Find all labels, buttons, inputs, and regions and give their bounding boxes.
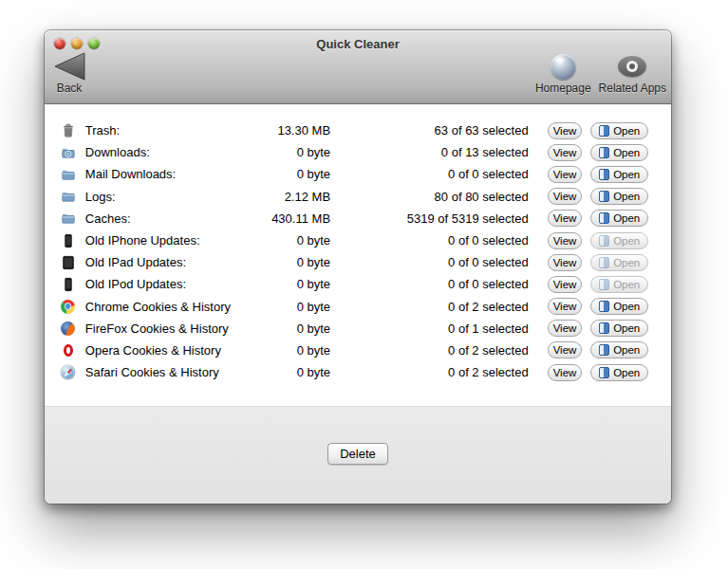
row-selected-count: 0 of 2 selected: [330, 365, 529, 379]
iphone-icon: [61, 233, 85, 248]
row-label: Old IPad Updates:: [85, 255, 246, 269]
finder-icon: [599, 344, 609, 356]
desktop-background: Quick Cleaner Back Homepage: [0, 0, 728, 569]
finder-icon: [599, 257, 609, 268]
open-label: Open: [613, 147, 640, 158]
view-button[interactable]: View: [548, 210, 583, 227]
view-button[interactable]: View: [548, 166, 583, 183]
open-button: Open: [590, 276, 648, 293]
open-button[interactable]: Open: [590, 364, 648, 381]
cleaner-row: Logs: 2.12 MB 80 of 80 selected View Ope…: [61, 186, 648, 208]
delete-button[interactable]: Delete: [327, 443, 388, 465]
open-button[interactable]: Open: [590, 144, 648, 161]
folder-icon: [61, 211, 85, 226]
open-button: Open: [590, 254, 648, 271]
row-selected-count: 5319 of 5319 selected: [330, 211, 529, 226]
row-selected-count: 0 of 0 selected: [330, 167, 529, 181]
open-label: Open: [613, 235, 640, 247]
finder-icon: [599, 212, 609, 224]
open-label: Open: [613, 279, 640, 290]
row-size: 0 byte: [246, 255, 330, 269]
open-button[interactable]: Open: [590, 188, 648, 205]
row-selected-count: 63 of 63 selected: [330, 123, 529, 138]
related-apps-button[interactable]: Related Apps: [599, 52, 666, 95]
row-size: 0 byte: [246, 321, 330, 336]
safari-icon: [61, 365, 85, 379]
row-size: 0 byte: [246, 365, 330, 379]
finder-icon: [599, 191, 609, 202]
finder-icon: [599, 235, 609, 247]
open-label: Open: [613, 257, 640, 268]
cleaner-row: Downloads: 0 byte 0 of 13 selected View …: [61, 141, 648, 163]
open-label: Open: [613, 301, 640, 312]
cleaner-row: Old IPod Updates: 0 byte 0 of 0 selected…: [61, 273, 648, 295]
back-button[interactable]: Back: [47, 52, 92, 95]
cleaner-row: Old IPad Updates: 0 byte 0 of 0 selected…: [61, 251, 648, 273]
row-label: Opera Cookies & History: [85, 343, 246, 358]
back-label: Back: [57, 82, 83, 95]
view-button[interactable]: View: [548, 320, 583, 337]
row-size: 0 byte: [246, 233, 330, 248]
row-selected-count: 0 of 2 selected: [330, 343, 529, 358]
cleaner-row: Safari Cookies & History 0 byte 0 of 2 s…: [61, 361, 648, 383]
cleaner-row: Old IPhone Updates: 0 byte 0 of 0 select…: [61, 229, 648, 251]
downloads-folder-icon: [61, 145, 85, 160]
cleaner-row: Caches: 430.11 MB 5319 of 5319 selected …: [61, 208, 648, 229]
cleaner-row: Trash: 13.30 MB 63 of 63 selected View O…: [61, 119, 648, 141]
view-button[interactable]: View: [548, 232, 583, 249]
ipad-icon: [61, 255, 85, 270]
row-selected-count: 0 of 0 selected: [330, 233, 529, 248]
cleaner-row: Mail Downloads: 0 byte 0 of 0 selected V…: [61, 163, 648, 185]
finder-icon: [599, 147, 609, 158]
open-button[interactable]: Open: [590, 320, 648, 337]
firefox-icon: [61, 321, 85, 336]
cleaner-row: Chrome Cookies & History 0 byte 0 of 2 s…: [61, 296, 648, 318]
finder-icon: [599, 279, 609, 290]
homepage-button[interactable]: Homepage: [535, 52, 591, 95]
row-size: 0 byte: [246, 343, 330, 358]
open-button[interactable]: Open: [590, 341, 648, 358]
view-button[interactable]: View: [548, 298, 583, 315]
open-label: Open: [613, 191, 640, 202]
open-button[interactable]: Open: [590, 210, 648, 227]
row-label: Caches:: [85, 211, 246, 226]
open-button: Open: [590, 232, 648, 249]
row-size: 0 byte: [246, 277, 330, 291]
row-label: Old IPhone Updates:: [85, 233, 246, 248]
view-button[interactable]: View: [548, 188, 583, 205]
cleaner-row: FireFox Cookies & History 0 byte 0 of 1 …: [61, 318, 648, 340]
row-label: Logs:: [85, 190, 246, 204]
view-button[interactable]: View: [548, 341, 583, 358]
open-label: Open: [613, 212, 640, 224]
row-size: 2.12 MB: [246, 190, 330, 204]
view-button[interactable]: View: [548, 276, 583, 293]
opera-icon: [61, 343, 85, 358]
row-label: Old IPod Updates:: [85, 277, 246, 291]
finder-icon: [599, 367, 609, 378]
app-window: Quick Cleaner Back Homepage: [45, 30, 671, 504]
view-button[interactable]: View: [548, 122, 583, 139]
related-apps-label: Related Apps: [599, 82, 666, 95]
view-button[interactable]: View: [548, 144, 583, 161]
row-selected-count: 80 of 80 selected: [330, 190, 529, 204]
cleaner-row: Opera Cookies & History 0 byte 0 of 2 se…: [61, 340, 648, 361]
row-selected-count: 0 of 0 selected: [330, 277, 529, 291]
folder-icon: [61, 167, 85, 182]
window-title: Quick Cleaner: [45, 37, 671, 51]
back-arrow-icon: [52, 52, 86, 81]
row-label: Downloads:: [85, 145, 246, 159]
open-button[interactable]: Open: [590, 166, 648, 183]
open-button[interactable]: Open: [590, 122, 648, 139]
open-label: Open: [613, 322, 640, 334]
globe-icon: [551, 52, 576, 81]
row-size: 13.30 MB: [246, 123, 330, 138]
footer: Delete: [45, 406, 671, 504]
view-button[interactable]: View: [548, 364, 583, 381]
eye-icon: [618, 52, 646, 81]
open-button[interactable]: Open: [590, 298, 648, 315]
row-selected-count: 0 of 1 selected: [330, 321, 529, 336]
row-size: 430.11 MB: [246, 211, 330, 226]
view-button[interactable]: View: [548, 254, 583, 271]
row-selected-count: 0 of 13 selected: [330, 145, 529, 159]
row-selected-count: 0 of 0 selected: [330, 255, 529, 269]
